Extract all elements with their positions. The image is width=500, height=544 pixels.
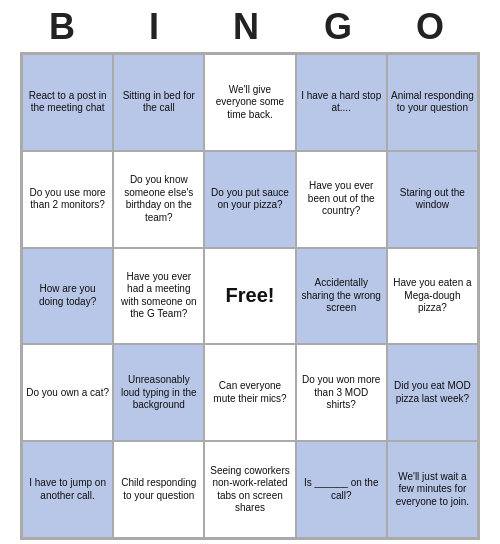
bingo-cell: Do you know someone else's birthday on t… (113, 151, 204, 248)
bingo-cell: Do you own a cat? (22, 344, 113, 441)
bingo-cell: Child responding to your question (113, 441, 204, 538)
bingo-cell: Sitting in bed for the call (113, 54, 204, 151)
bingo-grid: React to a post in the meeting chatSitti… (20, 52, 480, 540)
title-letter: I (135, 6, 181, 48)
bingo-cell: How are you doing today? (22, 248, 113, 345)
bingo-cell: Did you eat MOD pizza last week? (387, 344, 478, 441)
bingo-cell: Do you use more than 2 monitors? (22, 151, 113, 248)
bingo-cell: Seeing coworkers non-work-related tabs o… (204, 441, 295, 538)
bingo-cell: React to a post in the meeting chat (22, 54, 113, 151)
title-letter: O (411, 6, 457, 48)
title-letter: G (319, 6, 365, 48)
title-letter: N (227, 6, 273, 48)
bingo-cell: Do you won more than 3 MOD shirts? (296, 344, 387, 441)
bingo-cell: Have you ever had a meeting with someone… (113, 248, 204, 345)
bingo-cell: Staring out the window (387, 151, 478, 248)
bingo-cell: Animal responding to your question (387, 54, 478, 151)
bingo-cell: Can everyone mute their mics? (204, 344, 295, 441)
bingo-cell: We'll just wait a few minutes for everyo… (387, 441, 478, 538)
bingo-cell: Accidentally sharing the wrong screen (296, 248, 387, 345)
bingo-cell: Have you eaten a Mega-dough pizza? (387, 248, 478, 345)
bingo-cell: I have a hard stop at.... (296, 54, 387, 151)
bingo-cell: Unreasonably loud typing in the backgrou… (113, 344, 204, 441)
title-letter: B (43, 6, 89, 48)
bingo-cell: Free! (204, 248, 295, 345)
bingo-cell: I have to jump on another call. (22, 441, 113, 538)
bingo-cell: Is ______ on the call? (296, 441, 387, 538)
bingo-cell: Have you ever been out of the country? (296, 151, 387, 248)
bingo-cell: Do you put sauce on your pizza? (204, 151, 295, 248)
bingo-title: BINGO (20, 0, 480, 52)
bingo-cell: We'll give everyone some time back. (204, 54, 295, 151)
